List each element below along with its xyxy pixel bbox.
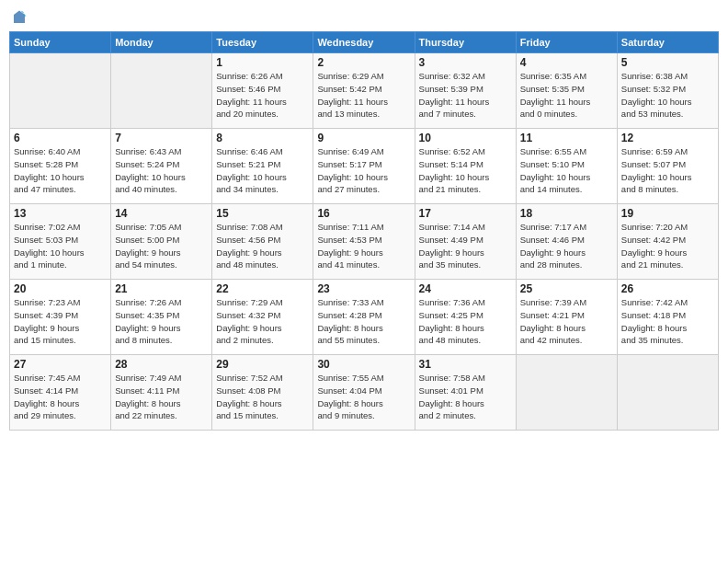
day-cell: 19Sunrise: 7:20 AMSunset: 4:42 PMDayligh… (617, 204, 718, 280)
day-number: 29 (216, 358, 309, 371)
day-info: Sunrise: 7:33 AMSunset: 4:28 PMDaylight:… (317, 296, 410, 347)
day-info: Sunrise: 7:58 AMSunset: 4:01 PMDaylight:… (419, 372, 512, 422)
day-cell: 24Sunrise: 7:36 AMSunset: 4:25 PMDayligh… (415, 280, 516, 355)
day-cell: 1Sunrise: 6:26 AMSunset: 5:46 PMDaylight… (212, 53, 313, 129)
weekday-monday: Monday (111, 32, 212, 53)
day-info: Sunrise: 7:36 AMSunset: 4:25 PMDaylight:… (419, 296, 512, 347)
day-number: 24 (419, 282, 512, 295)
day-cell: 17Sunrise: 7:14 AMSunset: 4:49 PMDayligh… (415, 204, 516, 280)
day-number: 2 (317, 56, 410, 69)
day-number: 9 (317, 132, 410, 144)
day-number: 31 (419, 358, 512, 371)
weekday-sunday: Sunday (10, 32, 111, 53)
week-row-2: 6Sunrise: 6:40 AMSunset: 5:28 PMDaylight… (10, 129, 719, 204)
day-cell: 30Sunrise: 7:55 AMSunset: 4:04 PMDayligh… (313, 355, 415, 431)
day-number: 3 (419, 56, 512, 69)
day-cell: 7Sunrise: 6:43 AMSunset: 5:24 PMDaylight… (111, 129, 212, 204)
day-info: Sunrise: 7:39 AMSunset: 4:21 PMDaylight:… (520, 296, 613, 347)
day-info: Sunrise: 7:23 AMSunset: 4:39 PMDaylight:… (14, 296, 107, 347)
day-cell: 22Sunrise: 7:29 AMSunset: 4:32 PMDayligh… (212, 280, 313, 355)
day-info: Sunrise: 6:55 AMSunset: 5:10 PMDaylight:… (520, 145, 613, 196)
day-info: Sunrise: 7:52 AMSunset: 4:08 PMDaylight:… (216, 372, 309, 422)
weekday-friday: Friday (516, 32, 617, 53)
weekday-saturday: Saturday (617, 32, 718, 53)
day-cell (10, 53, 111, 129)
day-number: 13 (14, 207, 107, 220)
calendar-container: SundayMondayTuesdayWednesdayThursdayFrid… (0, 0, 728, 563)
day-number: 27 (14, 358, 107, 371)
day-number: 15 (216, 207, 309, 220)
day-info: Sunrise: 7:45 AMSunset: 4:14 PMDaylight:… (14, 372, 107, 422)
day-cell: 28Sunrise: 7:49 AMSunset: 4:11 PMDayligh… (111, 355, 212, 431)
day-info: Sunrise: 7:14 AMSunset: 4:49 PMDaylight:… (419, 221, 512, 271)
day-info: Sunrise: 6:29 AMSunset: 5:42 PMDaylight:… (317, 70, 410, 121)
day-cell: 4Sunrise: 6:35 AMSunset: 5:35 PMDaylight… (516, 53, 617, 129)
day-info: Sunrise: 6:40 AMSunset: 5:28 PMDaylight:… (14, 145, 107, 196)
day-info: Sunrise: 7:17 AMSunset: 4:46 PMDaylight:… (520, 221, 613, 271)
day-info: Sunrise: 6:43 AMSunset: 5:24 PMDaylight:… (115, 145, 208, 196)
week-row-5: 27Sunrise: 7:45 AMSunset: 4:14 PMDayligh… (10, 355, 719, 431)
weekday-wednesday: Wednesday (313, 32, 415, 53)
day-cell: 27Sunrise: 7:45 AMSunset: 4:14 PMDayligh… (10, 355, 111, 431)
day-info: Sunrise: 6:35 AMSunset: 5:35 PMDaylight:… (520, 70, 613, 121)
week-row-4: 20Sunrise: 7:23 AMSunset: 4:39 PMDayligh… (10, 280, 719, 355)
week-row-1: 1Sunrise: 6:26 AMSunset: 5:46 PMDaylight… (10, 53, 719, 129)
day-cell: 23Sunrise: 7:33 AMSunset: 4:28 PMDayligh… (313, 280, 415, 355)
day-number: 26 (621, 282, 714, 295)
day-cell: 8Sunrise: 6:46 AMSunset: 5:21 PMDaylight… (212, 129, 313, 204)
day-number: 18 (520, 207, 613, 220)
day-number: 11 (520, 132, 613, 144)
day-info: Sunrise: 7:26 AMSunset: 4:35 PMDaylight:… (115, 296, 208, 347)
day-info: Sunrise: 6:46 AMSunset: 5:21 PMDaylight:… (216, 145, 309, 196)
calendar-table: SundayMondayTuesdayWednesdayThursdayFrid… (9, 31, 719, 431)
logo (9, 9, 28, 26)
day-info: Sunrise: 7:02 AMSunset: 5:03 PMDaylight:… (14, 221, 107, 271)
day-number: 5 (621, 56, 714, 69)
day-cell: 6Sunrise: 6:40 AMSunset: 5:28 PMDaylight… (10, 129, 111, 204)
day-number: 8 (216, 132, 309, 144)
day-info: Sunrise: 7:29 AMSunset: 4:32 PMDaylight:… (216, 296, 309, 347)
day-info: Sunrise: 7:55 AMSunset: 4:04 PMDaylight:… (317, 372, 410, 422)
day-info: Sunrise: 7:05 AMSunset: 5:00 PMDaylight:… (115, 221, 208, 271)
day-number: 21 (115, 282, 208, 295)
day-info: Sunrise: 6:59 AMSunset: 5:07 PMDaylight:… (621, 145, 714, 196)
week-row-3: 13Sunrise: 7:02 AMSunset: 5:03 PMDayligh… (10, 204, 719, 280)
day-cell: 31Sunrise: 7:58 AMSunset: 4:01 PMDayligh… (415, 355, 516, 431)
day-number: 4 (520, 56, 613, 69)
day-number: 28 (115, 358, 208, 371)
day-cell: 9Sunrise: 6:49 AMSunset: 5:17 PMDaylight… (313, 129, 415, 204)
day-number: 7 (115, 132, 208, 144)
day-number: 17 (419, 207, 512, 220)
day-cell: 12Sunrise: 6:59 AMSunset: 5:07 PMDayligh… (617, 129, 718, 204)
day-number: 12 (621, 132, 714, 144)
day-cell: 13Sunrise: 7:02 AMSunset: 5:03 PMDayligh… (10, 204, 111, 280)
day-cell (516, 355, 617, 431)
weekday-tuesday: Tuesday (212, 32, 313, 53)
day-cell (111, 53, 212, 129)
day-number: 30 (317, 358, 410, 371)
day-cell: 26Sunrise: 7:42 AMSunset: 4:18 PMDayligh… (617, 280, 718, 355)
day-number: 6 (14, 132, 107, 144)
day-cell: 16Sunrise: 7:11 AMSunset: 4:53 PMDayligh… (313, 204, 415, 280)
day-cell: 18Sunrise: 7:17 AMSunset: 4:46 PMDayligh… (516, 204, 617, 280)
day-cell: 10Sunrise: 6:52 AMSunset: 5:14 PMDayligh… (415, 129, 516, 204)
day-number: 14 (115, 207, 208, 220)
header (9, 9, 719, 26)
day-cell: 14Sunrise: 7:05 AMSunset: 5:00 PMDayligh… (111, 204, 212, 280)
day-info: Sunrise: 7:20 AMSunset: 4:42 PMDaylight:… (621, 221, 714, 271)
day-number: 23 (317, 282, 410, 295)
day-number: 19 (621, 207, 714, 220)
weekday-header-row: SundayMondayTuesdayWednesdayThursdayFrid… (10, 32, 719, 53)
day-cell: 25Sunrise: 7:39 AMSunset: 4:21 PMDayligh… (516, 280, 617, 355)
day-info: Sunrise: 6:49 AMSunset: 5:17 PMDaylight:… (317, 145, 410, 196)
day-info: Sunrise: 7:11 AMSunset: 4:53 PMDaylight:… (317, 221, 410, 271)
day-cell: 3Sunrise: 6:32 AMSunset: 5:39 PMDaylight… (415, 53, 516, 129)
logo-icon (11, 9, 28, 26)
day-number: 10 (419, 132, 512, 144)
day-number: 22 (216, 282, 309, 295)
day-info: Sunrise: 7:08 AMSunset: 4:56 PMDaylight:… (216, 221, 309, 271)
day-cell: 21Sunrise: 7:26 AMSunset: 4:35 PMDayligh… (111, 280, 212, 355)
day-cell: 15Sunrise: 7:08 AMSunset: 4:56 PMDayligh… (212, 204, 313, 280)
day-cell: 2Sunrise: 6:29 AMSunset: 5:42 PMDaylight… (313, 53, 415, 129)
day-number: 25 (520, 282, 613, 295)
